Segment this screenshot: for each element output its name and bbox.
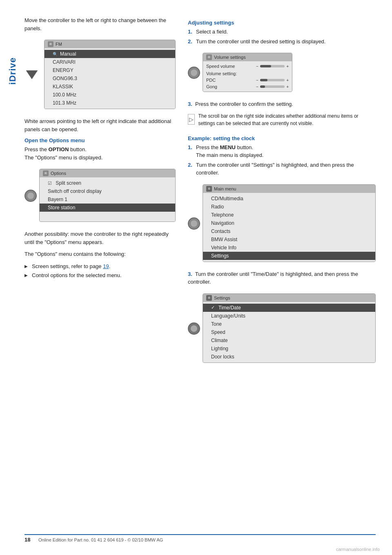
mm-row-vehicle: Vehicle Info xyxy=(203,244,375,252)
bullet-item-2: ▶ Control options for the selected menu. xyxy=(24,271,176,280)
bullet-item-1: ▶ Screen settings, refer to page 19. xyxy=(24,262,176,271)
adjusting-steps: 1. Select a field. 2. Turn the controlle… xyxy=(188,28,376,45)
settings-title-bar: ⚙ Settings xyxy=(203,294,375,302)
step-text-1: Select a field. xyxy=(196,28,228,36)
step3-text: 3. Press the controller to confirm the s… xyxy=(188,100,376,108)
footer-text: Online Edition for Part no. 01 41 2 604 … xyxy=(38,537,163,542)
volume-row-pdc: PDC − + xyxy=(203,77,292,83)
fm-row-100: 100.0 MHz xyxy=(45,91,175,99)
controller-inner-settings xyxy=(191,325,197,332)
example-steps: 1. Press the MENU button.The main menu i… xyxy=(188,143,376,177)
white-arrows-text: White arrows pointing to the left or rig… xyxy=(24,117,176,133)
step3-label: Press the controller to confirm the sett… xyxy=(195,101,293,107)
mm-row-cd: CD/Multimedia xyxy=(203,195,375,203)
step3-clock-text: 3. Turn the controller until "Time/Date"… xyxy=(188,270,376,286)
slider-plus-gong: + xyxy=(286,85,289,89)
volume-icon: ⊞ xyxy=(206,54,212,60)
main-menu-body: CD/Multimedia Radio Telephone Navigation… xyxy=(203,193,375,262)
option-bold: OPTION xyxy=(49,146,69,152)
adjusting-step-2: 2. Turn the controller until the desired… xyxy=(188,38,376,46)
options-title-bar: ⊞ Options xyxy=(40,169,175,177)
slider-fill-pdc xyxy=(260,79,267,81)
controller-icon-volume xyxy=(188,67,200,79)
watermark: carmanualsonline.info xyxy=(336,547,380,552)
contains-text: The "Options" menu contains the followin… xyxy=(24,250,176,258)
example-heading: Example: setting the clock xyxy=(188,135,376,141)
slider-track-1 xyxy=(260,65,285,67)
menu-bold: MENU xyxy=(220,144,236,150)
another-text: Another possibility: move the controller… xyxy=(24,230,176,246)
volume-title-bar: ⊞ Volume settings xyxy=(203,53,292,61)
mm-row-contacts: Contacts xyxy=(203,227,375,235)
example-text-2: Turn the controller until "Settings" is … xyxy=(196,161,376,177)
mm-row-bmw: BMW Assist xyxy=(203,235,375,244)
options-row-switch: Switch off control display xyxy=(40,187,175,195)
step-num-1: 1. xyxy=(188,28,194,36)
gong-label: Gong xyxy=(206,84,217,89)
options-screen-body: ☑ Split screen Switch off control displa… xyxy=(40,177,175,222)
sidebar-label: iDrive xyxy=(7,57,18,85)
fm-row-klassik: KLASSIK xyxy=(45,83,175,91)
settings-row-climate: Climate xyxy=(203,336,375,345)
page-link-19[interactable]: 19 xyxy=(103,263,109,269)
options-screen-wrap: ⊞ Options ☑ Split screen Switch off cont… xyxy=(24,166,176,226)
content-area: Move the controller to the left or right… xyxy=(24,16,376,371)
slider-plus-pdc: + xyxy=(286,78,289,83)
options-row-store: Store station xyxy=(40,204,175,212)
fm-row-101: 101.3 MHz xyxy=(45,99,175,107)
settings-row-timedate: ✓ Time/Date xyxy=(203,304,375,312)
slider-minus-1: − xyxy=(256,64,258,69)
speed-volume-label: Speed volume xyxy=(206,64,235,69)
volume-setting-label: Volume setting: xyxy=(206,71,237,76)
fm-icon: ⊞ xyxy=(48,41,53,47)
gong-slider: − + xyxy=(256,85,289,89)
slider-minus-pdc: − xyxy=(256,78,258,83)
example-num-1: 1. xyxy=(188,143,194,159)
page-number: 18 xyxy=(24,537,34,543)
open-options-instruction: Press the OPTION button. The "Options" m… xyxy=(24,145,176,161)
slider-track-gong xyxy=(260,85,285,88)
settings-row-lighting: Lighting xyxy=(203,345,375,353)
fm-title: FM xyxy=(56,42,62,47)
fm-row-energy: ENERGY xyxy=(45,66,175,74)
left-column: Move the controller to the left or right… xyxy=(24,16,176,371)
scroll-indicator: ▷ xyxy=(188,114,195,125)
fm-screen: ⊞ FM 🔍 Manual CARIVARI ENERGY GONG96.3 K… xyxy=(44,40,176,109)
open-options-heading: Open the Options menu xyxy=(24,137,176,143)
settings-icon: ⚙ xyxy=(206,295,212,301)
main-menu-title: Main menu xyxy=(214,186,236,191)
controller-icon-options xyxy=(24,190,37,202)
volume-row-gong: Gong − + xyxy=(203,83,292,90)
step-num-2: 2. xyxy=(188,38,194,46)
example-num-2: 2. xyxy=(188,161,194,177)
page-footer: 18 Online Edition for Part no. 01 41 2 6… xyxy=(24,534,376,543)
right-column: Adjusting settings 1. Select a field. 2.… xyxy=(188,16,376,371)
checkmark-icon: ✓ xyxy=(211,305,215,310)
options-screen: ⊞ Options ☑ Split screen Switch off cont… xyxy=(39,169,176,222)
options-displayed-text: The "Options" menu is displayed. xyxy=(24,154,102,161)
bullet-text-2: Control options for the selected menu. xyxy=(32,271,122,280)
controller-inner-main xyxy=(191,220,197,227)
options-spacer xyxy=(40,212,175,220)
scroll-note-wrap: ▷ The scroll bar on the right side indic… xyxy=(188,112,376,131)
volume-title: Volume settings xyxy=(214,55,246,60)
example-step-1: 1. Press the MENU button.The main menu i… xyxy=(188,143,376,159)
volume-row-setting-header: Volume setting: xyxy=(203,69,292,77)
options-row-bayern: Bayern 1 xyxy=(40,195,175,204)
fm-row-carivari: CARIVARI xyxy=(45,58,175,66)
page-container: iDrive Move the controller to the left o… xyxy=(0,0,392,555)
main-menu-screen-wrap: ⚙ Main menu CD/Multimedia Radio Telephon… xyxy=(188,181,376,266)
fm-screen-wrap: ⊞ FM 🔍 Manual CARIVARI ENERGY GONG96.3 K… xyxy=(24,36,176,113)
step3-num: 3. xyxy=(188,101,192,107)
settings-title: Settings xyxy=(214,295,230,300)
mm-row-navigation: Navigation xyxy=(203,219,375,227)
settings-row-doorlocks: Door locks xyxy=(203,353,375,361)
controller-icon-settings xyxy=(188,322,200,335)
options-title: Options xyxy=(51,171,66,176)
fm-title-bar: ⊞ FM xyxy=(45,40,175,48)
bullet-list: ▶ Screen settings, refer to page 19. ▶ C… xyxy=(24,262,176,280)
fm-row-gong: GONG96.3 xyxy=(45,74,175,83)
controller-icon-main xyxy=(188,217,200,230)
adjusting-step-1: 1. Select a field. xyxy=(188,28,376,36)
pdc-label: PDC xyxy=(206,78,216,83)
